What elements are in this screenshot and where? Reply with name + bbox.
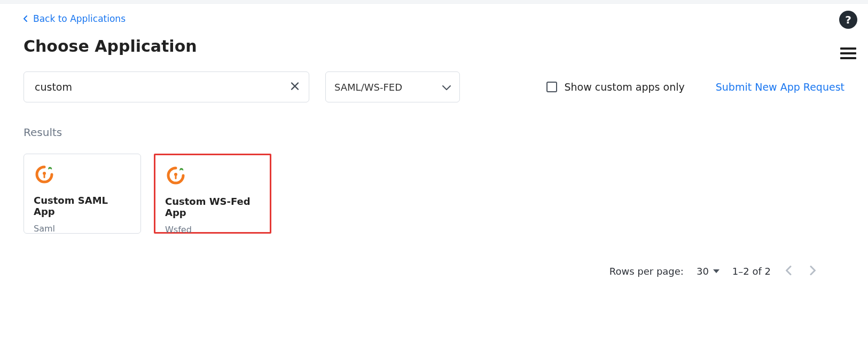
rows-per-page-select[interactable]: 30	[697, 266, 720, 277]
app-icon	[34, 164, 131, 185]
results-heading: Results	[24, 126, 844, 139]
back-link[interactable]: Back to Applications	[24, 13, 126, 24]
show-custom-only-toggle[interactable]: Show custom apps only	[546, 81, 685, 93]
app-card-custom-wsfed[interactable]: Custom WS-Fed App Wsfed	[154, 154, 271, 234]
side-rail: ?	[839, 11, 857, 62]
app-card-type: Wsfed	[165, 225, 260, 235]
svg-rect-1	[44, 174, 45, 178]
pagination: Rows per page: 30 1–2 of 2	[24, 264, 818, 279]
svg-rect-3	[175, 176, 177, 179]
help-icon[interactable]: ?	[839, 11, 857, 29]
app-card-name: Custom SAML App	[34, 195, 131, 217]
results-grid: Custom SAML App Saml Custom WS-Fed App W…	[24, 154, 844, 234]
rows-per-page-label: Rows per page:	[609, 266, 684, 277]
checkbox-icon	[546, 82, 557, 92]
chevron-down-icon	[442, 82, 451, 93]
filter-row: SAML/WS-FED Show custom apps only Submit…	[24, 71, 844, 102]
app-card-type: Saml	[34, 224, 131, 234]
search-field-wrap	[24, 71, 309, 102]
search-input[interactable]	[24, 71, 309, 102]
chevron-left-icon	[786, 269, 792, 277]
rows-per-page-value: 30	[697, 266, 709, 277]
back-link-label: Back to Applications	[33, 13, 126, 24]
pagination-range: 1–2 of 2	[732, 266, 771, 277]
show-custom-only-label: Show custom apps only	[565, 81, 685, 93]
chevron-left-icon	[24, 13, 28, 24]
app-card-name: Custom WS-Fed App	[165, 196, 260, 218]
app-card-custom-saml[interactable]: Custom SAML App Saml	[24, 154, 141, 234]
clear-search-button[interactable]	[288, 79, 302, 95]
protocol-filter-select[interactable]: SAML/WS-FED	[325, 71, 460, 102]
prev-page-button[interactable]	[784, 264, 794, 279]
top-strip	[0, 0, 868, 4]
caret-down-icon	[713, 269, 720, 273]
app-icon	[165, 165, 260, 186]
page-title: Choose Application	[24, 37, 844, 55]
menu-icon[interactable]	[840, 45, 856, 62]
chevron-right-icon	[809, 269, 816, 277]
next-page-button[interactable]	[807, 264, 818, 279]
close-icon	[290, 85, 300, 93]
submit-new-app-link[interactable]: Submit New App Request	[716, 81, 844, 93]
protocol-filter-value: SAML/WS-FED	[334, 82, 402, 93]
